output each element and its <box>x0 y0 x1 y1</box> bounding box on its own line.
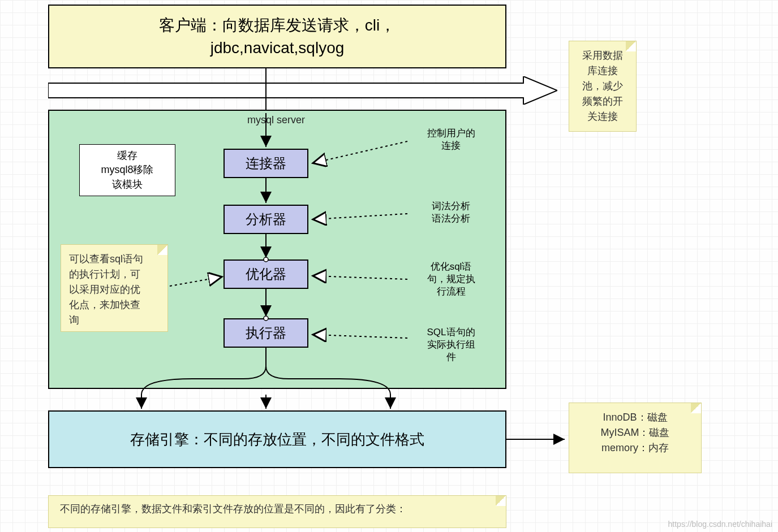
cloud-executor: SQL语句的 实际执行组 件 <box>406 319 496 371</box>
client-line1: 客户端：向数据库发送请求，cli， <box>159 14 396 36</box>
cloud-optimizer-text: 优化sql语 句，规定执 行流程 <box>427 261 475 298</box>
watermark: https://blog.csdn.net/chihaihai <box>668 520 772 529</box>
note-connection-pool: 采用数据 库连接 池，减少 频繁的开 关连接 <box>569 41 637 132</box>
cloud-connector-text: 控制用户的 连接 <box>427 127 475 152</box>
note-bottom: 不同的存储引擎，数据文件和索引文件存放的位置是不同的，因此有了分类： <box>48 495 506 528</box>
stage-optimizer: 优化器 <box>223 259 308 289</box>
storage-box: 存储引擎：不同的存放位置，不同的文件格式 <box>48 410 506 468</box>
cloud-executor-text: SQL语句的 实际执行组 件 <box>427 326 475 364</box>
stage-connector-label: 连接器 <box>246 154 286 172</box>
cloud-analyzer: 词法分析 语法分析 <box>406 187 496 239</box>
note-storage-engines: InnoDB：磁盘 MyISAM：磁盘 memory：内存 <box>569 403 702 473</box>
stage-connector: 连接器 <box>223 149 308 178</box>
cache-text: 缓存 mysql8移除 该模块 <box>101 149 153 192</box>
note-pool-text: 采用数据 库连接 池，减少 频繁的开 关连接 <box>582 50 623 122</box>
server-label: mysql server <box>247 114 305 126</box>
client-box: 客户端：向数据库发送请求，cli， jdbc,navicat,sqlyog <box>48 5 506 68</box>
storage-text: 存储引擎：不同的存放位置，不同的文件格式 <box>130 430 424 449</box>
note-optimizer-text: 可以查看sql语句 的执行计划，可 以采用对应的优 化点，来加快查 询 <box>69 253 143 326</box>
cloud-analyzer-text: 词法分析 语法分析 <box>432 200 470 225</box>
cloud-connector: 控制用户的 连接 <box>406 114 496 166</box>
stage-optimizer-label: 优化器 <box>246 265 286 283</box>
note-optimizer: 可以查看sql语句 的执行计划，可 以采用对应的优 化点，来加快查 询 <box>61 244 168 332</box>
stage-executor-label: 执行器 <box>246 324 286 342</box>
svg-marker-0 <box>48 76 557 105</box>
cloud-optimizer: 优化sql语 句，规定执 行流程 <box>406 253 496 305</box>
pool-arrow <box>48 76 557 105</box>
cache-box: 缓存 mysql8移除 该模块 <box>79 144 175 196</box>
note-bottom-text: 不同的存储引擎，数据文件和索引文件存放的位置是不同的，因此有了分类： <box>60 503 406 514</box>
stage-analyzer-label: 分析器 <box>246 210 286 228</box>
client-line2: jdbc,navicat,sqlyog <box>159 37 396 59</box>
stage-analyzer: 分析器 <box>223 205 308 234</box>
note-engines-text: InnoDB：磁盘 MyISAM：磁盘 memory：内存 <box>600 412 669 453</box>
stage-executor: 执行器 <box>223 318 308 348</box>
